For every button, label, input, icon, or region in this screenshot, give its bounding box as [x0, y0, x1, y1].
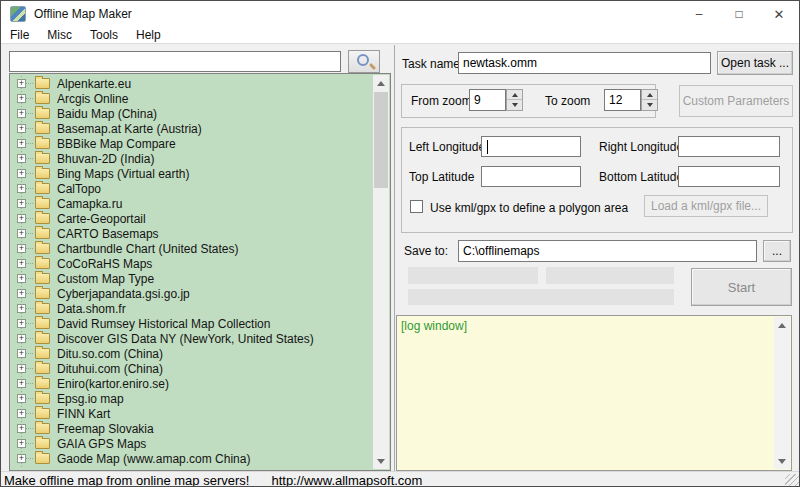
expand-plus-icon[interactable]: + [17, 169, 26, 178]
tree-item[interactable]: +Eniro(kartor.eniro.se) [11, 376, 372, 391]
tree-item[interactable]: +Chartbundle Chart (United States) [11, 241, 372, 256]
tree-item-label[interactable]: Cyberjapandata.gsi.go.jp [57, 287, 190, 301]
tree-item[interactable]: +Ditu.so.com (China) [11, 346, 372, 361]
from-zoom-stepper[interactable] [506, 89, 523, 111]
tree-item[interactable]: +Custom Map Type [11, 271, 372, 286]
expand-plus-icon[interactable]: + [17, 184, 26, 193]
tree-item-label[interactable]: Eniro(kartor.eniro.se) [57, 377, 169, 391]
tree-item[interactable]: +BBBike Map Compare [11, 136, 372, 151]
expand-plus-icon[interactable]: + [17, 349, 26, 358]
tree-item[interactable]: +CalTopo [11, 181, 372, 196]
tree-item-label[interactable]: Discover GIS Data NY (NewYork, United St… [57, 332, 314, 346]
expand-plus-icon[interactable]: + [17, 154, 26, 163]
tree-item[interactable]: +Camapka.ru [11, 196, 372, 211]
scroll-up-icon[interactable] [373, 75, 389, 91]
menu-tools[interactable]: Tools [81, 28, 127, 42]
tree-item-label[interactable]: Camapka.ru [57, 197, 122, 211]
tree-item-label[interactable]: Freemap Slovakia [57, 422, 154, 436]
expand-plus-icon[interactable]: + [17, 229, 26, 238]
expand-plus-icon[interactable]: + [17, 109, 26, 118]
tree-item[interactable]: +Carte-Geoportail [11, 211, 372, 226]
tree-item[interactable]: +FINN Kart [11, 406, 372, 421]
tree-item[interactable]: +Gaode Map (www.amap.com China) [11, 451, 372, 466]
expand-plus-icon[interactable]: + [17, 79, 26, 88]
tree-item-label[interactable]: Basemap.at Karte (Austria) [57, 122, 202, 136]
resize-grip[interactable] [785, 474, 799, 487]
tree-item[interactable]: +Freemap Slovakia [11, 421, 372, 436]
tree-item-label[interactable]: Epsg.io map [57, 392, 124, 406]
tree-item-label[interactable]: FINN Kart [57, 407, 110, 421]
menu-misc[interactable]: Misc [38, 28, 81, 42]
tree-scrollbar-thumb[interactable] [374, 92, 388, 188]
minimize-icon[interactable]: – [679, 1, 719, 27]
expand-plus-icon[interactable]: + [17, 304, 26, 313]
expand-plus-icon[interactable]: + [17, 244, 26, 253]
tree-item-label[interactable]: Chartbundle Chart (United States) [57, 242, 238, 256]
load-kml-button[interactable]: Load a kml/gpx file... [644, 195, 768, 217]
menu-help[interactable]: Help [127, 28, 170, 42]
expand-plus-icon[interactable]: + [17, 214, 26, 223]
kml-checkbox-label[interactable]: Use kml/gpx to define a polygon area [430, 201, 628, 215]
tree-item-label[interactable]: Arcgis Online [57, 92, 128, 106]
expand-plus-icon[interactable]: + [17, 124, 26, 133]
stepper-up-icon[interactable] [642, 90, 657, 100]
expand-plus-icon[interactable]: + [17, 424, 26, 433]
tree-item[interactable]: +Bing Maps (Virtual earth) [11, 166, 372, 181]
stepper-down-icon[interactable] [507, 100, 522, 110]
expand-plus-icon[interactable]: + [17, 364, 26, 373]
tree-item[interactable]: +CoCoRaHS Maps [11, 256, 372, 271]
expand-plus-icon[interactable]: + [17, 379, 26, 388]
tree-item[interactable]: +CARTO Basemaps [11, 226, 372, 241]
to-zoom-input[interactable] [604, 89, 641, 111]
expand-plus-icon[interactable]: + [17, 394, 26, 403]
stepper-down-icon[interactable] [642, 100, 657, 110]
tree-item[interactable]: +Discover GIS Data NY (NewYork, United S… [11, 331, 372, 346]
expand-plus-icon[interactable]: + [17, 259, 26, 268]
left-longitude-input[interactable] [481, 136, 581, 157]
expand-plus-icon[interactable]: + [17, 199, 26, 208]
custom-parameters-button[interactable]: Custom Parameters [679, 85, 793, 117]
expand-plus-icon[interactable]: + [17, 94, 26, 103]
expand-plus-icon[interactable]: + [17, 319, 26, 328]
tree-item[interactable]: +Arcgis Online [11, 91, 372, 106]
tree-item-label[interactable]: Baidu Map (China) [57, 107, 157, 121]
maximize-icon[interactable]: □ [719, 1, 759, 27]
tree-scrollbar[interactable] [373, 75, 389, 469]
tree-item[interactable]: +Cyberjapandata.gsi.go.jp [11, 286, 372, 301]
bottom-latitude-input[interactable] [678, 166, 780, 187]
scroll-up-icon[interactable] [774, 317, 790, 333]
tree-item-label[interactable]: CalTopo [57, 182, 101, 196]
browse-button[interactable]: ... [763, 240, 791, 262]
tree-item[interactable]: +Epsg.io map [11, 391, 372, 406]
search-button[interactable] [348, 50, 380, 73]
tree-item-label[interactable]: Data.shom.fr [57, 302, 126, 316]
stepper-up-icon[interactable] [507, 90, 522, 100]
tree-item-label[interactable]: Dituhui.com (China) [57, 362, 163, 376]
tree-item-label[interactable]: Custom Map Type [57, 272, 154, 286]
tree-item-label[interactable]: Alpenkarte.eu [57, 77, 131, 91]
tree-item[interactable]: +David Rumsey Historical Map Collection [11, 316, 372, 331]
right-longitude-input[interactable] [678, 136, 780, 157]
expand-plus-icon[interactable]: + [17, 139, 26, 148]
open-task-button[interactable]: Open task ... [717, 51, 793, 75]
tree-item[interactable]: +Dituhui.com (China) [11, 361, 372, 376]
tree-item-label[interactable]: GAIA GPS Maps [57, 437, 146, 451]
tree-item[interactable]: +Baidu Map (China) [11, 106, 372, 121]
save-to-input[interactable] [458, 240, 757, 262]
scroll-down-icon[interactable] [774, 453, 790, 469]
menu-file[interactable]: File [1, 28, 38, 42]
tree-item-label[interactable]: Ditu.so.com (China) [57, 347, 163, 361]
tree-item[interactable]: +Alpenkarte.eu [11, 76, 372, 91]
expand-plus-icon[interactable]: + [17, 409, 26, 418]
start-button[interactable]: Start [691, 268, 792, 306]
close-icon[interactable]: ✕ [759, 1, 799, 27]
to-zoom-stepper[interactable] [641, 89, 658, 111]
kml-checkbox[interactable] [410, 200, 423, 213]
log-scrollbar[interactable] [774, 317, 790, 469]
tree-item[interactable]: +GAIA GPS Maps [11, 436, 372, 451]
tree-item[interactable]: +Bhuvan-2D (India) [11, 151, 372, 166]
expand-plus-icon[interactable]: + [17, 289, 26, 298]
tree-item[interactable]: +Data.shom.fr [11, 301, 372, 316]
expand-plus-icon[interactable]: + [17, 454, 26, 463]
search-input[interactable] [9, 51, 341, 72]
